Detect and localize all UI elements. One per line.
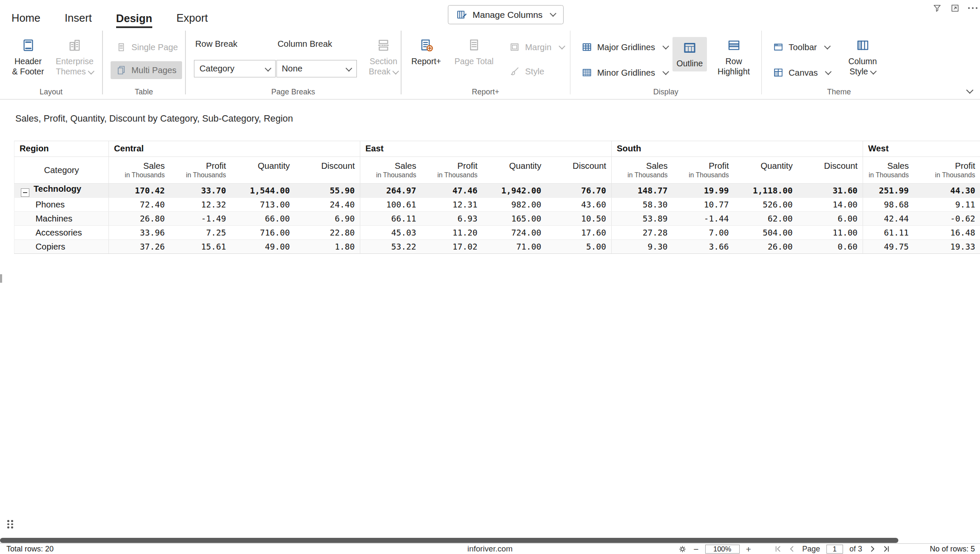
value-cell[interactable]: 7.00 <box>673 226 734 240</box>
multi-pages-button[interactable]: Multi Pages <box>111 61 182 79</box>
value-cell[interactable]: 16.48 <box>914 226 980 240</box>
value-cell[interactable]: 12.32 <box>170 198 231 212</box>
value-cell[interactable]: 724.00 <box>483 226 547 240</box>
value-cell[interactable]: 27.28 <box>612 226 673 240</box>
zoom-out-button[interactable]: − <box>693 545 698 554</box>
value-cell[interactable]: 5.00 <box>547 240 612 254</box>
value-cell[interactable]: 6.93 <box>422 212 483 226</box>
value-cell[interactable]: 62.00 <box>734 212 798 226</box>
value-cell[interactable]: 19.33 <box>914 240 980 254</box>
category-cell-accessories[interactable]: Accessories <box>14 226 109 240</box>
category-cell-copiers[interactable]: Copiers <box>14 240 109 254</box>
value-cell[interactable]: 19.99 <box>673 184 734 198</box>
value-cell[interactable]: 72.40 <box>109 198 170 212</box>
value-cell[interactable]: 26.00 <box>734 240 798 254</box>
page-total-button[interactable]: Page Total <box>451 28 497 66</box>
zoom-level[interactable]: 100% <box>705 545 740 554</box>
value-cell[interactable]: 31.60 <box>798 184 863 198</box>
single-page-button[interactable]: Single Page <box>111 38 184 56</box>
value-cell[interactable]: 9.11 <box>914 198 980 212</box>
tab-home[interactable]: Home <box>11 12 40 28</box>
value-cell[interactable]: 170.42 <box>109 184 170 198</box>
tab-insert[interactable]: Insert <box>65 12 92 28</box>
value-cell[interactable]: 0.60 <box>798 240 863 254</box>
minor-gridlines-button[interactable]: Minor Gridlines <box>575 64 674 82</box>
major-gridlines-button[interactable]: Major Gridlines <box>575 38 674 56</box>
value-cell[interactable]: 6.90 <box>295 212 360 226</box>
value-cell[interactable]: 44.30 <box>914 184 980 198</box>
column-break-select[interactable]: None <box>276 60 357 77</box>
value-cell[interactable]: 10.50 <box>547 212 612 226</box>
measure-header-east-discount[interactable]: Discount <box>547 157 612 184</box>
region-header-south[interactable]: South <box>612 141 863 157</box>
value-cell[interactable]: 148.77 <box>612 184 673 198</box>
measure-header-south-quantity[interactable]: Quantity <box>734 157 798 184</box>
value-cell[interactable]: 37.26 <box>109 240 170 254</box>
region-header-east[interactable]: East <box>360 141 612 157</box>
value-cell[interactable]: 43.60 <box>547 198 612 212</box>
value-cell[interactable]: 98.68 <box>863 198 914 212</box>
report-plus-button[interactable]: Report+ <box>407 28 446 66</box>
value-cell[interactable]: 33.70 <box>170 184 231 198</box>
value-cell[interactable]: 716.00 <box>231 226 295 240</box>
value-cell[interactable]: -1.49 <box>170 212 231 226</box>
value-cell[interactable]: 526.00 <box>734 198 798 212</box>
measure-header-central-quantity[interactable]: Quantity <box>231 157 295 184</box>
value-cell[interactable]: 9.30 <box>612 240 673 254</box>
value-cell[interactable]: -1.44 <box>673 212 734 226</box>
value-cell[interactable]: 6.00 <box>798 212 863 226</box>
measure-header-east-profit[interactable]: Profitin Thousands <box>422 157 483 184</box>
header-footer-button[interactable]: Header& Footer <box>5 28 51 77</box>
category-cell-phones[interactable]: Phones <box>14 198 109 212</box>
value-cell[interactable]: 100.61 <box>360 198 422 212</box>
drag-handle-icon[interactable] <box>5 517 16 531</box>
value-cell[interactable]: 53.89 <box>612 212 673 226</box>
focus-mode-icon[interactable] <box>950 3 960 13</box>
toolbar-button[interactable]: Toolbar <box>767 38 835 56</box>
value-cell[interactable]: 11.00 <box>798 226 863 240</box>
value-cell[interactable]: 45.03 <box>360 226 422 240</box>
filter-funnel-icon[interactable] <box>932 3 942 13</box>
value-cell[interactable]: 55.90 <box>295 184 360 198</box>
value-cell[interactable]: 66.11 <box>360 212 422 226</box>
horizontal-scrollbar-thumb[interactable] <box>0 538 898 543</box>
value-cell[interactable]: 11.20 <box>422 226 483 240</box>
outline-button[interactable]: Outline <box>672 37 707 71</box>
value-cell[interactable]: 49.00 <box>231 240 295 254</box>
value-cell[interactable]: 1,118.00 <box>734 184 798 198</box>
measure-header-east-quantity[interactable]: Quantity <box>483 157 547 184</box>
manage-columns-button[interactable]: Manage Columns <box>448 5 564 24</box>
value-cell[interactable]: 24.40 <box>295 198 360 212</box>
last-page-button[interactable] <box>883 545 890 553</box>
measure-header-central-profit[interactable]: Profitin Thousands <box>170 157 231 184</box>
value-cell[interactable]: 47.46 <box>422 184 483 198</box>
region-header-west[interactable]: West <box>863 141 980 157</box>
value-cell[interactable]: 17.60 <box>547 226 612 240</box>
value-cell[interactable]: 76.70 <box>547 184 612 198</box>
measure-header-central-sales[interactable]: Salesin Thousands <box>109 157 170 184</box>
zoom-in-button[interactable]: + <box>746 545 751 554</box>
row-highlight-button[interactable]: RowHighlight <box>712 28 755 77</box>
measure-header-central-discount[interactable]: Discount <box>295 157 360 184</box>
region-header-central[interactable]: Central <box>109 141 360 157</box>
value-cell[interactable]: 17.02 <box>422 240 483 254</box>
previous-page-button[interactable] <box>788 545 796 553</box>
first-page-button[interactable] <box>774 545 782 553</box>
margin-button[interactable]: Margin <box>504 38 570 56</box>
category-cell-technology[interactable]: Technology <box>14 184 109 198</box>
measure-header-south-sales[interactable]: Salesin Thousands <box>612 157 673 184</box>
next-page-button[interactable] <box>869 545 876 553</box>
category-cell-machines[interactable]: Machines <box>14 212 109 226</box>
value-cell[interactable]: 22.80 <box>295 226 360 240</box>
collapse-ribbon-button[interactable] <box>967 83 972 95</box>
settings-gear-icon[interactable] <box>678 545 687 554</box>
tab-export[interactable]: Export <box>177 12 208 28</box>
value-cell[interactable]: 71.00 <box>483 240 547 254</box>
measure-header-east-sales[interactable]: Salesin Thousands <box>360 157 422 184</box>
region-header-label[interactable]: Region <box>14 141 109 157</box>
value-cell[interactable]: 10.77 <box>673 198 734 212</box>
value-cell[interactable]: 982.00 <box>483 198 547 212</box>
value-cell[interactable]: 3.66 <box>673 240 734 254</box>
collapse-row-icon[interactable] <box>21 188 29 197</box>
enterprise-themes-button[interactable]: EnterpriseThemes <box>51 28 98 77</box>
